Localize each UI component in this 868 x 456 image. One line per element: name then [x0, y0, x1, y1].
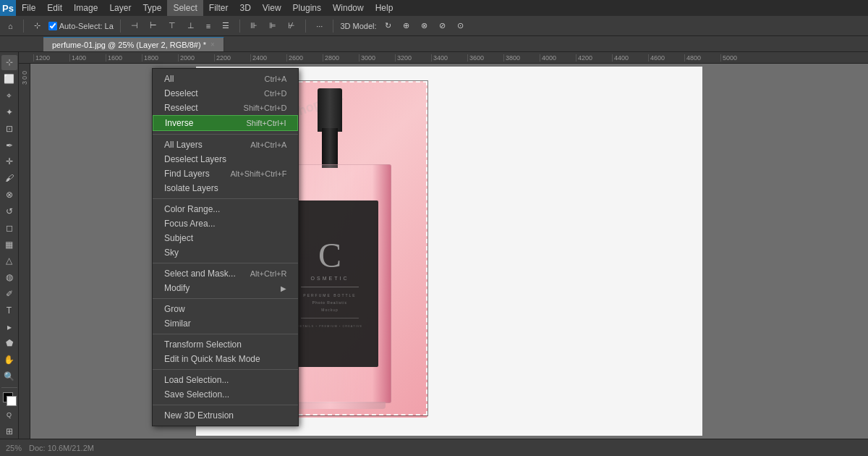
menu-item-deselect-layers[interactable]: Deselect Layers	[153, 152, 298, 166]
menu-type[interactable]: Type	[137, 0, 167, 16]
3d-btn-2[interactable]: ⊕	[399, 20, 413, 32]
healing-btn[interactable]: ✛	[1, 154, 17, 169]
marquee-tool-btn[interactable]: ⬜	[1, 72, 17, 87]
menu-item-grow[interactable]: Grow	[153, 302, 298, 316]
lasso-tool-btn[interactable]: ⌖	[1, 88, 17, 104]
3d-btn-5[interactable]: ⊙	[454, 20, 467, 32]
menu-item-deselect[interactable]: Deselect Ctrl+D	[153, 86, 298, 101]
text-tool-btn[interactable]: T	[1, 303, 17, 318]
menu-item-inverse[interactable]: Inverse Shift+Ctrl+I	[153, 115, 298, 131]
menu-item-similar[interactable]: Similar	[153, 316, 298, 331]
tab-close-button[interactable]: ×	[210, 41, 215, 48]
menu-help[interactable]: Help	[370, 0, 399, 16]
menu-item-modify[interactable]: Modify ▶	[153, 281, 298, 295]
menu-file[interactable]: File	[16, 0, 41, 16]
menu-3d[interactable]: 3D	[234, 0, 256, 16]
menu-item-focus-area[interactable]: Focus Area...	[153, 216, 298, 231]
ruler-tick: 1200	[33, 54, 69, 62]
menu-item-subject[interactable]: Subject	[153, 231, 298, 245]
blur-btn[interactable]: △	[1, 253, 17, 269]
menu-filter[interactable]: Filter	[203, 0, 234, 16]
distribute-center-h-icon[interactable]: ⊫	[265, 20, 280, 32]
menu-item-all-layers-label: All Layers	[164, 140, 203, 150]
menu-item-modify-label: Modify	[164, 283, 190, 293]
crop-tool-btn[interactable]: ⊡	[1, 121, 17, 136]
magic-wand-btn[interactable]: ✦	[1, 104, 17, 119]
3d-btn-3[interactable]: ⊗	[417, 20, 431, 32]
home-button[interactable]: ⌂	[4, 20, 17, 32]
brush-btn[interactable]: 🖌	[1, 171, 17, 186]
menu-view[interactable]: View	[257, 0, 287, 16]
ruler-tick: 2800	[323, 54, 359, 62]
3d-btn-1[interactable]: ↻	[381, 20, 395, 32]
align-center-v-icon[interactable]: ≡	[203, 20, 214, 32]
gradient-btn[interactable]: ▦	[1, 237, 17, 252]
more-options-icon[interactable]: ···	[312, 20, 326, 32]
bottle-cap	[318, 88, 342, 132]
align-left-icon[interactable]: ⊣	[127, 20, 142, 32]
active-document-tab[interactable]: perfume-01.jpg @ 25% (Layer 2, RGB/8#) *…	[43, 37, 224, 51]
menu-item-sky[interactable]: Sky	[153, 245, 298, 260]
menu-item-new-3d-extrusion[interactable]: New 3D Extrusion	[153, 408, 298, 423]
menu-item-focus-area-label: Focus Area...	[164, 219, 216, 229]
pen-tool-btn[interactable]: ✐	[1, 287, 17, 302]
ruler-tick: 3800	[503, 54, 540, 62]
main-area: ⊹ ⬜ ⌖ ✦ ⊡ ✒ ✛ 🖌 ⊗ ↺ ◻ ▦ △ ◍ ✐ T ▸ ⬟ ✋ 🔍 …	[0, 52, 868, 439]
menu-item-all-shortcut: Ctrl+A	[265, 75, 287, 83]
menu-select[interactable]: Select	[167, 0, 203, 16]
autoselect-option: Auto-Select: La	[48, 22, 114, 30]
history-brush-btn[interactable]: ↺	[1, 203, 17, 219]
menu-item-all-layers[interactable]: All Layers Alt+Ctrl+A	[153, 138, 298, 152]
menu-item-reselect[interactable]: Reselect Shift+Ctrl+D	[153, 101, 298, 115]
submenu-arrow-icon: ▶	[281, 284, 286, 292]
menu-item-reselect-shortcut: Shift+Ctrl+D	[244, 104, 287, 112]
distribute-right-icon[interactable]: ⊬	[284, 20, 299, 32]
menu-image[interactable]: Image	[68, 0, 103, 16]
menu-layer[interactable]: Layer	[103, 0, 137, 16]
eraser-btn[interactable]: ◻	[1, 220, 17, 235]
path-select-btn[interactable]: ▸	[1, 319, 17, 334]
clone-stamp-btn[interactable]: ⊗	[1, 187, 17, 203]
menu-item-save-selection[interactable]: Save Selection...	[153, 387, 298, 402]
shape-tool-btn[interactable]: ⬟	[1, 336, 17, 351]
move-tool-icon[interactable]: ⊹	[30, 20, 44, 32]
quick-mask-btn[interactable]: Q	[1, 407, 17, 422]
label-divider	[301, 287, 359, 287]
label-divider-2	[301, 318, 359, 318]
foreground-color-btn[interactable]	[1, 391, 17, 406]
menu-item-isolate-layers[interactable]: Isolate Layers	[153, 181, 298, 195]
screen-mode-btn[interactable]: ⊞	[1, 423, 17, 439]
distribute-left-icon[interactable]: ⊪	[247, 20, 261, 32]
hand-tool-btn[interactable]: ✋	[1, 352, 17, 368]
ruler-tick: 4600	[648, 54, 684, 62]
menu-window[interactable]: Window	[327, 0, 370, 16]
menu-edit[interactable]: Edit	[41, 0, 68, 16]
menu-item-find-layers-label: Find Layers	[164, 169, 210, 179]
menu-item-color-range[interactable]: Color Range...	[153, 202, 298, 216]
menu-item-deselect-shortcut: Ctrl+D	[264, 89, 286, 98]
move-tool-btn[interactable]: ⊹	[1, 55, 17, 70]
tab-bar: perfume-01.jpg @ 25% (Layer 2, RGB/8#) *…	[0, 36, 868, 52]
menu-item-quick-mask[interactable]: Edit in Quick Mask Mode	[153, 352, 298, 366]
toolbar-sep-3	[239, 20, 240, 33]
eyedropper-btn[interactable]: ✒	[1, 138, 17, 153]
dodge-btn[interactable]: ◍	[1, 270, 17, 285]
autoselect-checkbox[interactable]	[48, 22, 57, 30]
menu-bar: Ps File Edit Image Layer Type Select Fil…	[0, 0, 868, 16]
menu-item-transform-selection[interactable]: Transform Selection	[153, 337, 298, 352]
menu-item-subject-label: Subject	[164, 233, 193, 243]
menu-item-select-mask[interactable]: Select and Mask... Alt+Ctrl+R	[153, 266, 298, 281]
align-right-icon[interactable]: ⊤	[165, 20, 179, 32]
align-top-icon[interactable]: ⊥	[184, 20, 198, 32]
toolbar-sep-1	[23, 20, 24, 33]
3d-btn-4[interactable]: ⊘	[435, 20, 449, 32]
align-bottom-icon[interactable]: ☰	[218, 20, 233, 32]
menu-item-load-selection[interactable]: Load Selection...	[153, 373, 298, 387]
tool-sep	[1, 387, 17, 388]
menu-item-all[interactable]: All Ctrl+A	[153, 72, 298, 86]
menu-item-find-layers[interactable]: Find Layers Alt+Shift+Ctrl+F	[153, 166, 298, 181]
menu-item-color-range-label: Color Range...	[164, 204, 220, 214]
align-center-h-icon[interactable]: ⊢	[146, 20, 161, 32]
menu-plugins[interactable]: Plugins	[287, 0, 327, 16]
zoom-tool-btn[interactable]: 🔍	[1, 369, 17, 384]
